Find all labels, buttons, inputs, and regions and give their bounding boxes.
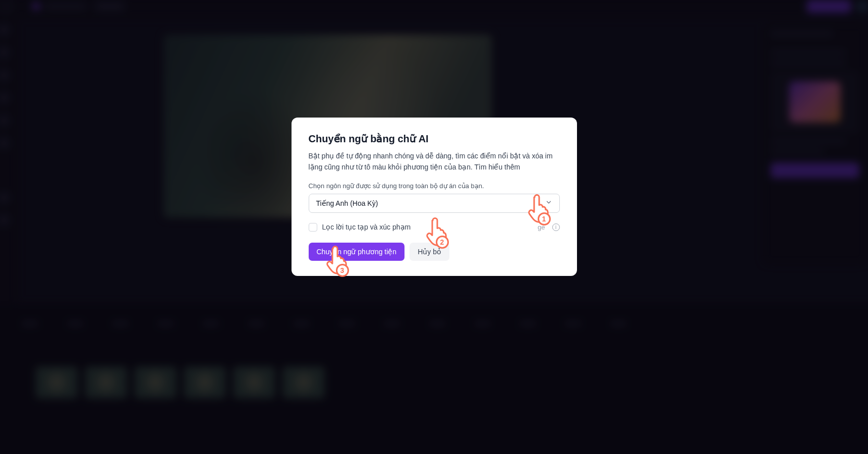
language-select-label: Chọn ngôn ngữ được sử dụng trong toàn bộ… [309, 182, 560, 190]
tutorial-badge-1: 1 [538, 212, 551, 225]
language-select-value: Tiếng Anh (Hoa Kỳ) [316, 199, 378, 207]
tutorial-badge-2: 2 [436, 236, 449, 249]
modal-overlay: Chuyển ngữ bằng chữ AI Bật phụ đề tự độn… [0, 0, 868, 454]
filter-checkbox[interactable] [309, 223, 317, 232]
filter-label: Lọc lời tục tạp và xúc phạm [322, 223, 411, 231]
tutorial-badge-3: 3 [336, 264, 349, 277]
tutorial-pointer-2: 2 [423, 217, 460, 247]
tutorial-pointer-1: 1 [525, 194, 562, 223]
info-icon[interactable]: i [552, 223, 560, 231]
language-select[interactable]: Tiếng Anh (Hoa Kỳ) [309, 194, 560, 213]
modal-title: Chuyển ngữ bằng chữ AI [309, 133, 560, 145]
modal-description: Bật phụ đề tự động nhanh chóng và dễ dàn… [309, 151, 560, 173]
transcribe-modal: Chuyển ngữ bằng chữ AI Bật phụ đề tự độn… [292, 118, 577, 275]
tutorial-pointer-3: 3 [323, 246, 360, 275]
